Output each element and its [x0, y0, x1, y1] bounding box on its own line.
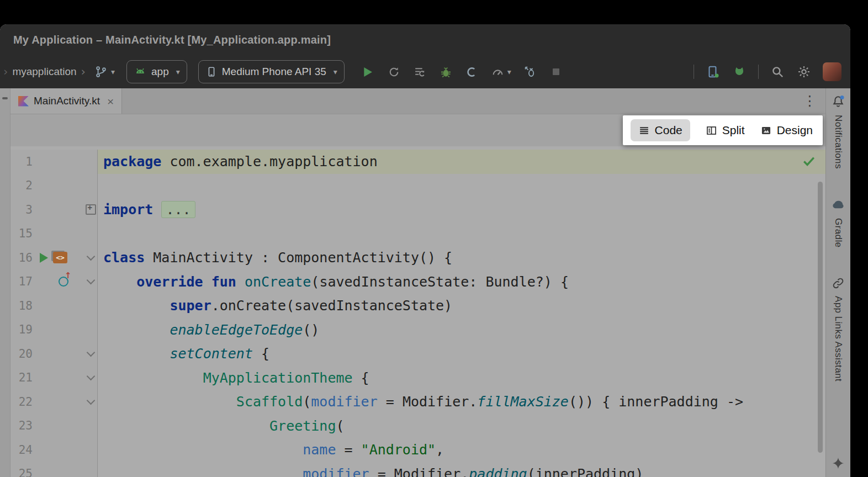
line-number: 18 — [10, 299, 33, 312]
collapse-fold-icon[interactable] — [86, 396, 95, 405]
apply-changes-button[interactable] — [387, 65, 401, 79]
gauge-icon — [491, 65, 505, 79]
device-phone-icon — [205, 66, 218, 78]
code-line: 18 super.onCreate(savedInstanceState) — [10, 294, 825, 318]
code-line: 3import ... — [10, 198, 825, 222]
search-everywhere-button[interactable] — [770, 65, 785, 79]
expand-fold-icon[interactable] — [86, 204, 96, 215]
gutter: 20 — [10, 342, 98, 366]
view-mode-switcher: Code Split Design — [623, 115, 823, 145]
code-text[interactable]: Scaffold(modifier = Modifier.fillMaxSize… — [98, 390, 825, 414]
line-number: 16 — [10, 251, 33, 264]
code-text[interactable]: package com.example.myapplication — [98, 150, 825, 174]
vcs-branch-icon — [94, 65, 108, 79]
app-links-assistant-button[interactable] — [831, 276, 845, 293]
overrides-method-gutter-icon[interactable] — [59, 277, 68, 287]
line-number: 15 — [10, 227, 33, 240]
code-text[interactable] — [98, 222, 825, 246]
code-text[interactable]: override fun onCreate(savedInstanceState… — [98, 270, 825, 294]
tab-mainactivity[interactable]: MainActivity.kt × — [10, 88, 122, 114]
more-options-icon[interactable]: ⋮ — [803, 93, 817, 109]
kotlin-file-icon — [18, 96, 29, 107]
code-text[interactable]: class MainActivity : ComponentActivity()… — [98, 246, 825, 270]
view-mode-split-label: Split — [722, 124, 745, 137]
tool-stripe-app-links[interactable]: App Links Assistant — [833, 296, 844, 381]
split-view-icon — [706, 125, 717, 136]
profiler-button[interactable] — [465, 65, 479, 79]
logcat-cat-icon — [732, 65, 747, 79]
collapse-fold-icon[interactable] — [86, 348, 95, 357]
settings-button[interactable] — [797, 65, 811, 79]
gemini-button[interactable] — [831, 456, 845, 473]
profile-low-overhead-button[interactable]: ▾ — [491, 65, 511, 79]
code-text[interactable]: super.onCreate(savedInstanceState) — [98, 294, 825, 318]
view-mode-code[interactable]: Code — [631, 119, 690, 141]
inspections-ok-icon[interactable] — [801, 153, 817, 171]
code-text[interactable]: setContent { — [98, 342, 825, 366]
run-icon — [360, 65, 375, 80]
tool-stripe-handle[interactable] — [2, 97, 8, 99]
search-icon — [770, 65, 785, 79]
run-configuration-selector[interactable]: app ▾ — [126, 60, 187, 83]
line-number: 24 — [10, 443, 33, 457]
attach-debugger-button[interactable] — [523, 65, 537, 79]
chevron-down-icon: ▾ — [111, 67, 115, 76]
code-line: 22 Scaffold(modifier = Modifier.fillMaxS… — [10, 390, 825, 414]
line-number: 2 — [10, 179, 33, 192]
logcat-button[interactable] — [732, 65, 747, 79]
breadcrumb[interactable]: myapplication — [12, 66, 76, 78]
apply-code-changes-icon — [413, 65, 427, 79]
collapse-fold-icon[interactable] — [86, 276, 95, 285]
close-tab-icon[interactable]: × — [107, 96, 114, 107]
toolbar-separator — [694, 65, 694, 79]
code-text[interactable]: enableEdgeToEdge() — [98, 318, 825, 342]
view-mode-split[interactable]: Split — [706, 124, 745, 137]
device-manager-button[interactable] — [706, 65, 720, 79]
user-avatar[interactable] — [823, 62, 841, 81]
device-manager-icon — [706, 65, 720, 79]
code-text[interactable]: MyApplicationTheme { — [98, 366, 825, 390]
code-line: 20 setContent { — [10, 342, 825, 366]
editor-column: MainActivity.kt × ⋮ Code Split — [10, 88, 825, 477]
notifications-bell-icon — [830, 94, 846, 109]
code-line: 19 enableEdgeToEdge() — [10, 318, 825, 342]
collapse-fold-icon[interactable] — [86, 372, 95, 381]
view-mode-code-label: Code — [655, 124, 682, 137]
run-button[interactable] — [360, 65, 375, 80]
gutter: 3 — [10, 198, 98, 222]
gutter: 17 — [10, 270, 98, 294]
debug-button[interactable] — [439, 65, 453, 79]
code-text[interactable] — [98, 174, 825, 198]
gutter: 25 — [10, 462, 98, 477]
attach-debugger-icon — [523, 65, 537, 79]
code-view-icon — [638, 125, 650, 136]
line-number: 17 — [10, 275, 33, 288]
vcs-branch-button[interactable]: ▾ — [94, 65, 115, 79]
view-mode-design[interactable]: Design — [760, 124, 813, 137]
collapse-fold-icon[interactable] — [86, 252, 95, 261]
gutter: 1 — [10, 150, 98, 174]
notifications-button[interactable] — [830, 94, 846, 112]
view-mode-design-label: Design — [777, 124, 813, 137]
stop-button[interactable] — [549, 65, 563, 78]
device-selector[interactable]: Medium Phone API 35 ▾ — [198, 60, 345, 83]
gutter: 16 — [10, 246, 98, 270]
run-line-gutter-icon[interactable] — [40, 253, 48, 263]
tool-stripe-notifications[interactable]: Notifications — [833, 115, 844, 169]
apply-code-changes-button[interactable] — [413, 65, 427, 79]
code-text[interactable]: name = "Android", — [98, 438, 825, 462]
tool-stripe-gradle[interactable]: Gradle — [833, 218, 844, 247]
code-line: 23 Greeting( — [10, 414, 825, 438]
left-tool-stripe — [0, 88, 10, 477]
code-text[interactable]: Greeting( — [98, 414, 825, 438]
code-editor[interactable]: 1package com.example.myapplication23impo… — [10, 146, 825, 477]
code-text[interactable]: modifier = Modifier.padding(innerPadding… — [98, 462, 825, 477]
editor-scrollbar[interactable] — [818, 182, 823, 453]
code-line: 21 MyApplicationTheme { — [10, 366, 825, 390]
chevron-down-icon: ▾ — [507, 67, 511, 76]
chevron-down-icon: ▾ — [176, 67, 180, 76]
gutter: 22 — [10, 390, 98, 414]
settings-gear-icon — [797, 65, 811, 79]
gradle-button[interactable] — [831, 198, 846, 215]
code-text[interactable]: import ... — [98, 198, 825, 222]
